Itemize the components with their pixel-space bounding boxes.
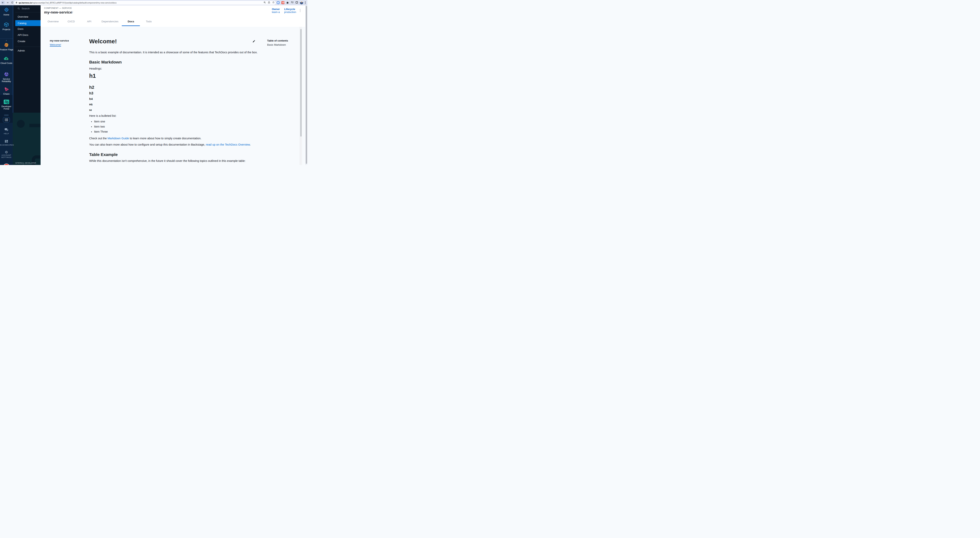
bookmark-star-icon[interactable] [272, 1, 275, 5]
nav-item-overview[interactable]: Overview [18, 15, 28, 18]
doc-paragraph-list-label: Here is a bulleted list: [89, 114, 116, 117]
sidebar-item-label: Cloud Costs [0, 62, 13, 64]
text-segment: to learn more about how to simply create… [129, 137, 201, 140]
sidebar-item-projects[interactable]: Projects [0, 22, 13, 30]
zoom-page-icon[interactable] [263, 1, 266, 5]
sidebar-item-label: Feature Flags [0, 48, 13, 51]
doc-sample-h1: h1 [89, 73, 96, 79]
sidebar-item-developer-portal[interactable]: Developer Portal [0, 99, 13, 110]
owner-meta[interactable]: Owner team-a [272, 8, 280, 14]
sidebar-item-label: HELP [0, 132, 13, 135]
tab-todo[interactable]: Todo [146, 20, 151, 23]
back-icon[interactable] [1, 1, 5, 5]
sidebar-drag-handle[interactable] [4, 115, 9, 116]
doc-sample-h4: h4 [89, 97, 93, 101]
sidebar-item-service-reliability[interactable]: Service Reliability [0, 71, 13, 83]
tab-cicd[interactable]: CI/CD [68, 20, 75, 23]
doc-sample-h5: H5 [89, 103, 92, 106]
toc-item-basic-markdown[interactable]: Basic Markdown [267, 43, 286, 46]
search-icon [18, 7, 20, 10]
extensions-puzzle-icon[interactable] [286, 1, 289, 5]
tab-docs[interactable]: Docs [127, 20, 134, 23]
chaos-icon [4, 86, 9, 93]
grid-icon [5, 119, 8, 121]
address-bar[interactable]: qa.harness.io/ng/account/px7xd_BFRCi-pfW… [14, 1, 276, 5]
doc-paragraph-intro: This is a basic example of documentation… [89, 51, 258, 54]
content-scrollbar-thumb[interactable] [300, 29, 302, 136]
doc-sample-h2: h2 [89, 85, 94, 90]
owner-label: Owner [272, 8, 280, 11]
module-picker-button[interactable] [3, 117, 10, 122]
sidebar-footer-art: INTERNAL DEVELOPER Portal [13, 113, 41, 165]
doc-heading-basic-markdown: Basic Markdown [89, 60, 122, 65]
list-item: Item one [94, 120, 108, 125]
forward-icon[interactable] [5, 1, 10, 5]
cube-icon [3, 22, 9, 28]
text-segment: . [250, 143, 251, 146]
url-text: qa.harness.io/ng/account/px7xd_BFRCi-pfW… [19, 2, 117, 4]
header-menu-icon[interactable] [300, 9, 301, 12]
browser-window: qa.harness.io/ng/account/px7xd_BFRCi-pfW… [0, 0, 307, 165]
search-placeholder: Search [22, 7, 30, 10]
owner-value[interactable]: team-a [272, 11, 280, 14]
docs-nav-link-welcome[interactable]: Welcome! [50, 43, 61, 46]
playlist-icon[interactable] [291, 1, 294, 5]
browser-extensions: 1 [277, 0, 305, 5]
nav-item-create[interactable]: Create [18, 40, 25, 43]
dashboards-icon [5, 140, 8, 144]
url-domain: qa.harness.io [19, 2, 32, 4]
tab-dependencies[interactable]: Dependencies [102, 20, 118, 23]
lifecycle-meta[interactable]: Lifecycle production [284, 8, 296, 14]
tab-api[interactable]: API [87, 20, 91, 23]
edit-pencil-icon[interactable] [253, 40, 255, 43]
reload-icon[interactable] [10, 1, 14, 5]
sidebar-item-dashboards[interactable]: DASHBOARDS [0, 140, 13, 146]
doc-heading-table-example: Table Example [89, 152, 118, 157]
share-icon[interactable] [268, 1, 270, 5]
brand-title: Portal [15, 164, 24, 165]
todoist-icon[interactable] [282, 1, 285, 4]
sidebar-item-home[interactable]: Home [0, 7, 13, 16]
cloud-costs-icon: $ [3, 56, 9, 62]
sidepanel-icon[interactable] [295, 1, 298, 5]
service-reliability-icon [4, 71, 9, 78]
favorite-star-icon[interactable] [70, 11, 73, 15]
password-manager-icon[interactable]: 1 [277, 1, 280, 4]
harness-logo-icon [3, 7, 10, 14]
sidebar-item-cloud-costs[interactable]: $ Cloud Costs [0, 56, 13, 64]
sidebar-item-label: Home [0, 14, 13, 16]
sidebar-item-label: Service Reliability [0, 78, 13, 83]
svg-text:?: ? [5, 129, 6, 130]
sidebar-divider [0, 38, 13, 39]
techdocs-overview-link[interactable]: read up on the TechDocs Overview [206, 143, 250, 146]
decor-bar [29, 124, 41, 127]
lock-icon [16, 1, 18, 5]
markdown-guide-link[interactable]: Markdown Guide [108, 137, 129, 140]
search-input[interactable]: Search [18, 7, 30, 10]
docs-nav-title: my-new-service [50, 39, 69, 42]
lifecycle-label: Lifecycle [284, 8, 296, 11]
browser-menu-icon[interactable] [305, 2, 305, 4]
nav-item-docs[interactable]: Docs [18, 27, 24, 30]
developer-portal-icon [3, 99, 10, 105]
nav-item-catalog[interactable]: Catalog [15, 20, 41, 26]
user-avatar[interactable]: HM [4, 163, 9, 165]
nav-item-label: Catalog [18, 22, 27, 25]
window-scrollbar-thumb[interactable] [306, 6, 307, 164]
sidebar-item-account-settings[interactable]: ⚙ ACCOUNT SETTINGS [0, 151, 13, 159]
browser-profile-avatar[interactable] [300, 1, 303, 4]
nav-item-admin[interactable]: Admin [18, 49, 25, 52]
collapse-caret-icon[interactable]: ▲ [0, 40, 13, 41]
sidebar-item-chaos[interactable]: Chaos [0, 86, 13, 95]
doc-sample-h3: h3 [89, 91, 93, 95]
toc-title: Table of contents [267, 39, 288, 42]
svg-text:$: $ [6, 57, 7, 60]
sidebar-item-feature-flags[interactable]: Feature Flags [0, 42, 13, 51]
browser-toolbar: qa.harness.io/ng/account/px7xd_BFRCi-pfW… [0, 0, 307, 5]
sidebar-item-label: Projects [0, 28, 13, 30]
doc-paragraph-outro: While this documentation isn't comprehen… [89, 159, 245, 162]
sidebar-item-help[interactable]: ? HELP [0, 128, 13, 135]
nav-item-api-docs[interactable]: API Docs [18, 33, 28, 37]
tab-overview[interactable]: Overview [48, 20, 59, 23]
doc-bullet-list: Item one Item two Item Three [91, 120, 108, 135]
